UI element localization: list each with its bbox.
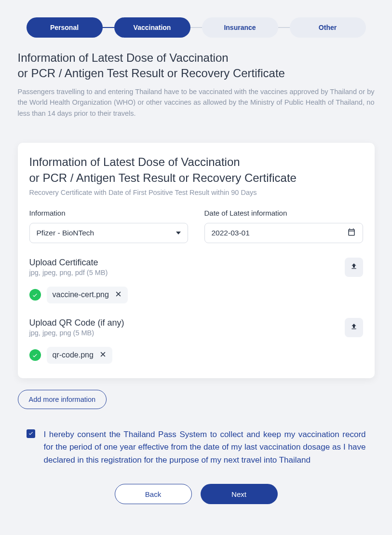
upload-cert-title: Upload Certificate [29, 258, 108, 268]
date-input[interactable]: 2022-03-01 [204, 223, 363, 243]
back-button[interactable]: Back [115, 484, 192, 504]
check-icon [28, 429, 34, 438]
consent-checkbox[interactable] [27, 429, 35, 438]
stepper: Personal Vaccination Insurance Other [18, 17, 375, 38]
step-label: Other [319, 24, 337, 31]
page-header: Information of Latest Dose of Vaccinatio… [18, 50, 375, 119]
vaccination-card: Information of Latest Dose of Vaccinatio… [18, 143, 375, 378]
calendar-icon [347, 228, 356, 238]
upload-qr-button[interactable] [345, 318, 363, 337]
page-description: Passengers travelling to and entering Th… [18, 86, 375, 119]
upload-cert-hint: jpg, jpeg, png, pdf (5 MB) [29, 269, 108, 276]
step-other[interactable]: Other [290, 17, 366, 38]
check-circle-icon [29, 349, 41, 361]
close-icon [99, 351, 107, 359]
uploaded-qr-chip: qr-code.png [47, 347, 112, 364]
uploaded-qr-filename: qr-code.png [53, 351, 94, 359]
upload-qr-title: Upload QR Code (if any) [29, 318, 124, 328]
add-more-button[interactable]: Add more information [18, 390, 107, 409]
page-title: Information of Latest Dose of Vaccinatio… [18, 50, 375, 82]
step-label: Vaccination [134, 24, 171, 31]
information-select[interactable]: Pfizer - BioNTech [29, 223, 188, 243]
close-icon [115, 291, 122, 299]
date-label: Date of Latest information [204, 209, 363, 217]
consent-section: I hereby consent the Thailand Pass Syste… [18, 428, 375, 466]
date-value: 2022-03-01 [212, 229, 347, 237]
step-insurance[interactable]: Insurance [202, 17, 278, 38]
information-value: Pfizer - BioNTech [37, 229, 176, 237]
chevron-down-icon [176, 232, 181, 234]
upload-qr-hint: jpg, jpeg, png (5 MB) [29, 329, 124, 337]
step-connector [103, 27, 114, 28]
remove-qr-button[interactable] [99, 351, 107, 360]
upload-icon [350, 262, 358, 272]
card-title: Information of Latest Dose of Vaccinatio… [29, 154, 363, 186]
uploaded-cert-chip: vaccine-cert.png [47, 287, 128, 303]
step-connector [190, 27, 202, 28]
uploaded-cert-filename: vaccine-cert.png [53, 290, 109, 299]
card-subtitle: Recovery Certificate with Date of First … [29, 189, 363, 196]
step-personal[interactable]: Personal [27, 17, 103, 38]
step-label: Personal [50, 24, 79, 31]
step-label: Insurance [224, 24, 256, 31]
remove-cert-button[interactable] [115, 290, 122, 300]
upload-cert-button[interactable] [345, 258, 363, 277]
consent-text: I hereby consent the Thailand Pass Syste… [44, 428, 366, 466]
upload-icon [350, 323, 358, 332]
check-circle-icon [29, 289, 41, 301]
information-label: Information [29, 209, 188, 217]
step-vaccination[interactable]: Vaccination [114, 17, 190, 38]
nav-buttons: Back Next [18, 484, 375, 504]
step-connector [278, 27, 290, 28]
next-button[interactable]: Next [201, 484, 278, 504]
